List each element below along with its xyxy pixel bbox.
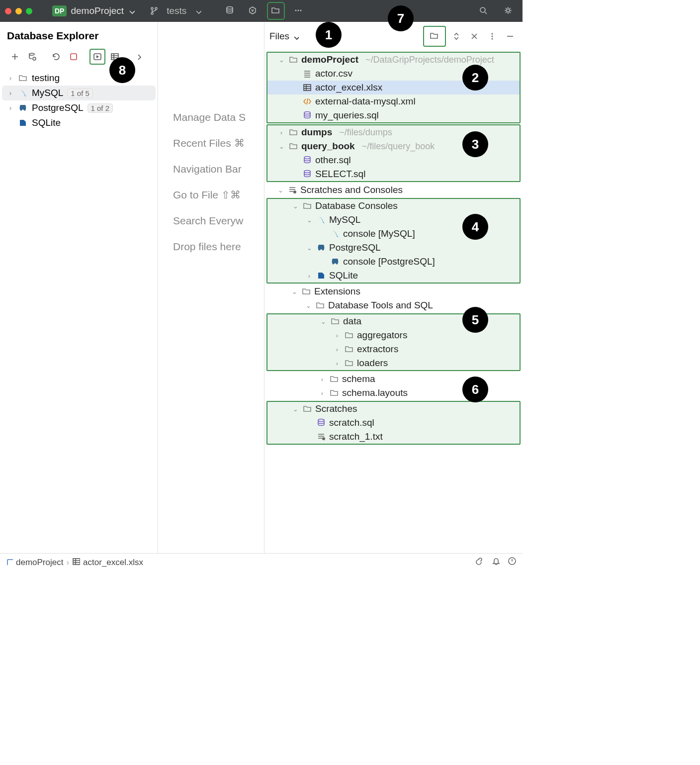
callout-6: 6 — [462, 377, 488, 402]
project-name: demoProject — [71, 5, 124, 16]
right-arrows-button[interactable] — [131, 49, 147, 65]
group-database-consoles: ⌄ Database Consoles ⌄ MySQL · console [M… — [266, 198, 521, 284]
tree-item-sqlite[interactable]: › SQLite — [2, 115, 156, 130]
spiral-icon[interactable] — [476, 557, 485, 568]
callout-7: 7 — [388, 5, 414, 31]
callout-2: 2 — [462, 65, 488, 91]
file-my-queries-sql[interactable]: · my_queries.sql — [267, 108, 520, 122]
branch-name: tests — [167, 5, 186, 16]
collapse-all-button[interactable] — [467, 29, 482, 44]
folder-database-consoles[interactable]: ⌄ Database Consoles — [267, 199, 520, 213]
breadcrumb-icon — [6, 558, 13, 568]
project-badge-icon: DP — [52, 5, 67, 16]
files-tool-button[interactable] — [267, 2, 285, 20]
console-postgres[interactable]: · console [PostgreSQL] — [267, 255, 520, 269]
project-selector[interactable]: DP demoProject — [47, 3, 140, 18]
breadcrumb-file[interactable]: actor_excel.xlsx — [83, 558, 143, 568]
refresh-button[interactable] — [48, 49, 64, 65]
database-icon[interactable] — [221, 2, 239, 20]
file-external-data-xml[interactable]: · external-data-mysql.xml — [267, 95, 520, 108]
database-explorer: Database Explorer › testing › MySQL — [0, 22, 158, 553]
branch-selector[interactable]: tests — [150, 5, 201, 16]
count-badge: 1 of 2 — [88, 103, 113, 113]
files-panel: Files ⌄ demoProject — [264, 22, 523, 553]
tree-item-postgresql[interactable]: › PostgreSQL 1 of 2 — [2, 100, 156, 115]
file-tree: ⌄ demoProject ~/DataGripProjects/demoPro… — [264, 51, 523, 553]
callout-1: 1 — [316, 22, 342, 48]
group-scratches: ⌄ Scratches · scratch.sql · scratch_1.tx… — [266, 401, 521, 445]
notifications-icon[interactable] — [492, 557, 501, 568]
attach-directory-button[interactable] — [423, 26, 446, 47]
scratches-and-consoles[interactable]: ⌄ Scratches and Consoles — [266, 183, 521, 197]
folder-loaders[interactable]: › loaders — [267, 356, 520, 370]
panel-options-button[interactable] — [485, 29, 500, 44]
file-select-sql[interactable]: · SELECT.sql — [267, 167, 520, 181]
folder-extractors[interactable]: › extractors — [267, 342, 520, 356]
titlebar: DP demoProject tests — [0, 0, 523, 22]
window-controls — [5, 8, 32, 14]
hex-icon[interactable] — [244, 2, 262, 20]
statusbar: demoProject › actor_excel.xlsx — [0, 553, 523, 571]
table-icon — [72, 557, 80, 568]
file-scratch-sql[interactable]: · scratch.sql — [267, 416, 520, 430]
problems-icon[interactable] — [508, 557, 517, 568]
more-icon[interactable] — [290, 2, 308, 20]
callout-3: 3 — [462, 131, 488, 157]
explorer-title: Database Explorer — [0, 22, 158, 49]
callout-4: 4 — [462, 214, 488, 240]
tree-item-mysql[interactable]: › MySQL 1 of 5 — [2, 86, 156, 100]
console-group-postgres[interactable]: ⌄ PostgreSQL — [267, 241, 520, 255]
datasource-properties-button[interactable] — [24, 49, 40, 65]
search-icon[interactable] — [475, 2, 493, 20]
add-datasource-button[interactable] — [7, 49, 23, 65]
project-root[interactable]: ⌄ demoProject ~/DataGripProjects/demoPro… — [267, 53, 520, 67]
folder-extensions[interactable]: ⌄ Extensions — [266, 285, 521, 298]
file-scratch-txt[interactable]: · scratch_1.txt — [267, 430, 520, 444]
count-badge: 1 of 5 — [67, 89, 93, 98]
breadcrumb-project[interactable]: demoProject — [16, 558, 63, 568]
callout-8: 8 — [109, 57, 135, 83]
callout-5: 5 — [462, 307, 488, 333]
files-panel-title[interactable]: Files — [269, 31, 299, 42]
minimize-window[interactable] — [15, 8, 22, 14]
datasource-tree: › testing › MySQL 1 of 5 › PostgreSQL 1 … — [0, 69, 158, 132]
settings-icon[interactable] — [500, 2, 518, 20]
maximize-window[interactable] — [26, 8, 32, 14]
folder-scratches[interactable]: ⌄ Scratches — [267, 402, 520, 416]
jump-to-query-console-button[interactable] — [89, 49, 105, 65]
console-group-sqlite[interactable]: › SQLite — [267, 269, 520, 283]
editor-area: Manage Data S Recent Files ⌘ Navigation … — [158, 22, 523, 553]
stop-button[interactable] — [66, 49, 82, 65]
expand-all-button[interactable] — [449, 29, 464, 44]
hide-panel-button[interactable] — [503, 29, 518, 44]
close-window[interactable] — [5, 8, 11, 14]
